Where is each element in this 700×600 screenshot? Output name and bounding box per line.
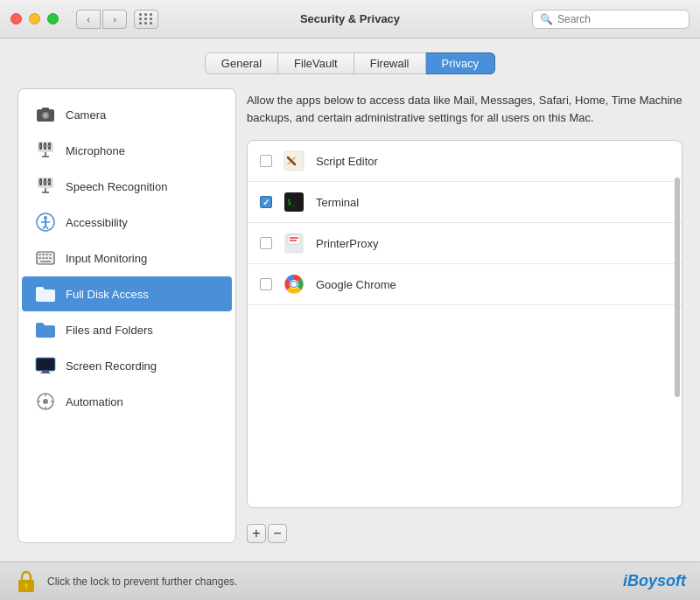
search-input[interactable]: [557, 13, 682, 25]
svg-rect-29: [38, 254, 41, 255]
printer-proxy-checkbox[interactable]: [260, 237, 272, 249]
folder-icon: [34, 283, 57, 305]
grid-menu-button[interactable]: [134, 10, 158, 29]
svg-rect-54: [288, 235, 300, 244]
nav-forward-button[interactable]: ›: [102, 10, 127, 29]
microphone-icon: [34, 139, 57, 162]
sidebar-item-automation[interactable]: Automation: [22, 384, 232, 419]
sidebar-label-files-and-folders: Files and Folders: [66, 324, 153, 337]
grid-icon: [139, 13, 153, 24]
list-actions: + −: [247, 524, 682, 543]
bottom-bar: Click the lock to prevent further change…: [0, 562, 700, 600]
svg-rect-32: [49, 254, 52, 255]
lock-button[interactable]: [14, 569, 38, 594]
svg-rect-33: [38, 257, 41, 259]
title-bar: ‹ › Security & Privacy 🔍: [0, 0, 700, 38]
svg-rect-18: [43, 181, 46, 183]
google-chrome-icon: [283, 273, 305, 296]
svg-rect-31: [46, 254, 48, 255]
svg-rect-9: [43, 145, 46, 147]
google-chrome-checkbox[interactable]: [260, 278, 272, 290]
sidebar-item-input-monitoring[interactable]: Input Monitoring: [22, 241, 232, 276]
search-icon: 🔍: [540, 13, 553, 25]
add-button[interactable]: +: [247, 524, 266, 543]
svg-rect-41: [40, 373, 51, 373]
search-bar[interactable]: 🔍: [532, 10, 690, 29]
svg-rect-30: [42, 254, 45, 255]
svg-rect-8: [38, 145, 41, 147]
tab-general[interactable]: General: [205, 52, 278, 74]
svg-point-43: [43, 399, 48, 404]
sidebar-label-input-monitoring: Input Monitoring: [66, 252, 147, 265]
table-row: Google Chrome: [248, 264, 682, 305]
svg-rect-3: [42, 108, 49, 110]
sidebar-item-screen-recording[interactable]: Screen Recording: [22, 348, 232, 383]
svg-rect-36: [49, 257, 52, 259]
right-panel: Allow the apps below to access data like…: [247, 88, 682, 543]
camera-icon: [34, 103, 57, 126]
sidebar-item-accessibility[interactable]: Accessibility: [22, 205, 232, 240]
sidebar: Camera Microp: [18, 88, 236, 543]
svg-rect-63: [25, 586, 27, 590]
svg-line-27: [46, 226, 48, 229]
remove-button[interactable]: −: [268, 524, 287, 543]
tab-filevault[interactable]: FileVault: [278, 52, 354, 74]
close-button[interactable]: [10, 13, 22, 24]
tab-privacy[interactable]: Privacy: [426, 52, 496, 74]
sidebar-item-speech-recognition[interactable]: Speech Recognition: [22, 169, 232, 204]
table-row: Script Editor: [248, 141, 682, 182]
table-row: $_ Terminal: [248, 182, 682, 223]
minimize-button[interactable]: [29, 13, 40, 24]
terminal-checkbox[interactable]: [260, 196, 272, 208]
sidebar-label-full-disk-access: Full Disk Access: [66, 288, 149, 301]
terminal-label: Terminal: [316, 196, 359, 209]
printer-proxy-icon: [283, 232, 305, 255]
lock-text: Click the lock to prevent further change…: [47, 576, 237, 588]
sidebar-item-files-and-folders[interactable]: Files and Folders: [22, 312, 232, 347]
sidebar-item-microphone[interactable]: Microphone: [22, 133, 232, 168]
main-content: General FileVault Firewall Privacy Camer…: [0, 38, 700, 562]
sidebar-item-camera[interactable]: Camera: [22, 97, 232, 132]
svg-rect-40: [42, 371, 49, 373]
google-chrome-label: Google Chrome: [316, 278, 396, 291]
svg-rect-17: [38, 181, 41, 183]
tab-firewall[interactable]: Firewall: [354, 52, 426, 74]
brand-name: iBoysoft: [623, 572, 686, 590]
sidebar-label-speech-recognition: Speech Recognition: [66, 180, 167, 193]
svg-rect-48: [284, 151, 304, 171]
svg-rect-19: [47, 181, 50, 183]
automation-icon: [34, 390, 57, 413]
maximize-button[interactable]: [47, 13, 59, 24]
sidebar-item-full-disk-access[interactable]: Full Disk Access: [22, 276, 232, 311]
window-title: Security & Privacy: [300, 12, 400, 25]
sidebar-label-camera: Camera: [66, 108, 106, 122]
svg-rect-34: [42, 257, 45, 259]
apps-list: Script Editor $_ Terminal: [247, 140, 682, 508]
script-editor-checkbox[interactable]: [260, 155, 272, 167]
tab-bar: General FileVault Firewall Privacy: [18, 52, 682, 74]
script-editor-icon: [283, 150, 305, 172]
sidebar-label-microphone: Microphone: [66, 144, 125, 157]
svg-rect-35: [46, 257, 48, 259]
nav-back-button[interactable]: ‹: [76, 10, 101, 29]
content-panel: Camera Microp: [18, 88, 682, 543]
svg-point-60: [291, 282, 297, 287]
svg-point-23: [44, 216, 47, 220]
brand-logo: iBoysoft: [623, 572, 686, 590]
sidebar-label-screen-recording: Screen Recording: [66, 359, 157, 373]
keyboard-icon: [34, 247, 57, 269]
screen-icon: [34, 354, 57, 377]
terminal-icon: $_: [283, 191, 305, 213]
svg-point-2: [44, 114, 48, 118]
folder-blue-icon: [34, 318, 57, 341]
svg-text:$_: $_: [287, 199, 296, 206]
scrollbar[interactable]: [675, 178, 680, 397]
printer-proxy-label: PrinterProxy: [316, 237, 379, 250]
traffic-lights: [10, 13, 59, 24]
svg-rect-39: [37, 359, 54, 370]
accessibility-icon: [34, 211, 57, 234]
speech-icon: [34, 175, 57, 198]
description-text: Allow the apps below to access data like…: [247, 88, 682, 129]
script-editor-label: Script Editor: [316, 155, 378, 168]
table-row: PrinterProxy: [248, 223, 682, 264]
